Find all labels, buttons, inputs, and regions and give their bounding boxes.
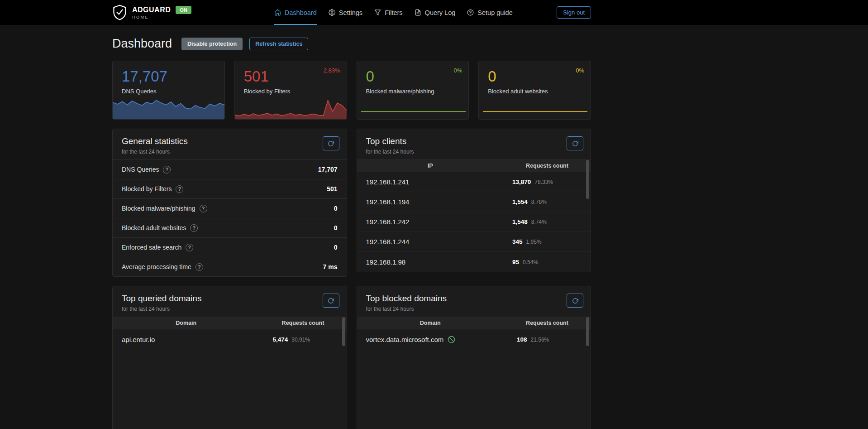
stat-row-blocked-filters: Blocked by Filters? 501 <box>113 179 347 198</box>
nav-item-dashboard[interactable]: Dashboard <box>274 0 317 25</box>
stat-row-processing-time: Average processing time? 7 ms <box>113 257 347 276</box>
stat-row-label: Blocked malware/phishing <box>122 205 196 212</box>
requests-count: 1,548 <box>512 218 528 225</box>
stat-card-blocked-adult: 0% 0 Blocked adult websites <box>478 61 591 120</box>
top-clients-table-header: IP Requests count <box>357 159 591 172</box>
stat-row-value: 0 <box>334 205 338 212</box>
refresh-top-blocked-button[interactable] <box>567 294 583 308</box>
query-log-document-icon <box>415 9 421 16</box>
dns-queries-count: 17,707 <box>122 68 224 85</box>
top-blocked-table-header: Domain Requests count <box>357 317 591 329</box>
table-row: 192.168.1.241 13,87078.33% <box>357 172 591 192</box>
nav-item-query-log[interactable]: Query Log <box>415 0 456 25</box>
stat-card-blocked-filters: 2.83% 501 Blocked by Filters <box>234 61 347 120</box>
stat-card-blocked-malware: 0% 0 Blocked malware/phishing <box>357 61 469 120</box>
top-queried-table-header: Domain Requests count <box>113 317 347 329</box>
help-icon[interactable]: ? <box>196 263 203 271</box>
column-header-ip: IP <box>357 163 504 169</box>
general-statistics-title: General statistics <box>122 136 338 146</box>
nav-item-settings[interactable]: Settings <box>329 0 362 25</box>
top-clients-subtitle: for the last 24 hours <box>366 149 582 155</box>
blocked-filters-link[interactable]: Blocked by Filters <box>244 88 291 95</box>
refresh-general-statistics-button[interactable] <box>323 136 339 150</box>
filters-funnel-icon <box>374 9 381 16</box>
stat-card-dns-queries: 17,707 DNS Queries <box>112 61 225 120</box>
refresh-icon <box>328 298 334 304</box>
column-header-requests: Requests count <box>260 320 347 326</box>
refresh-statistics-button[interactable]: Refresh statistics <box>249 38 308 50</box>
general-statistics-subtitle: for the last 24 hours <box>122 149 338 155</box>
stat-row-value: 501 <box>327 185 337 193</box>
help-icon[interactable]: ? <box>163 166 171 174</box>
requests-percent: 8.78% <box>531 199 547 205</box>
stat-row-dns-queries: DNS Queries? 17,707 <box>113 159 347 179</box>
help-icon[interactable]: ? <box>190 224 198 232</box>
top-blocked-domains-title: Top blocked domains <box>366 294 582 304</box>
table-row: api.entur.io 5,47430.91% <box>113 329 347 349</box>
nav-item-setup-guide[interactable]: Setup guide <box>467 0 512 25</box>
domain-name: api.entur.io <box>122 336 273 343</box>
refresh-icon <box>328 140 334 147</box>
blocked-malware-label: Blocked malware/phishing <box>366 88 469 95</box>
requests-percent: 21.56% <box>531 337 549 343</box>
disable-protection-button[interactable]: Disable protection <box>181 38 243 50</box>
nav-label-dashboard: Dashboard <box>285 9 317 16</box>
column-header-requests: Requests count <box>504 163 591 169</box>
client-ip: 192.168.1.242 <box>366 218 513 226</box>
help-icon[interactable]: ? <box>186 244 193 251</box>
requests-count: 5,474 <box>273 336 288 343</box>
stat-row-value: 17,707 <box>318 166 338 173</box>
unblock-slash-icon[interactable] <box>448 336 455 343</box>
nav-label-filters: Filters <box>385 9 402 16</box>
stat-cards-row: 17,707 DNS Queries 2.83% 501 Blocked by … <box>112 61 591 120</box>
top-blocked-domains-panel: Top blocked domains for the last 24 hour… <box>357 286 591 429</box>
blocked-adult-percent: 0% <box>576 67 584 74</box>
sign-out-button[interactable]: Sign out <box>557 6 591 19</box>
column-header-domain: Domain <box>113 320 260 326</box>
scrollbar-thumb[interactable] <box>586 317 589 346</box>
stat-row-label: Enforced safe search <box>122 244 181 251</box>
table-row: 192.168.1.194 1,5548.78% <box>357 192 591 212</box>
general-statistics-panel: General statistics for the last 24 hours… <box>112 129 347 277</box>
help-icon[interactable]: ? <box>176 185 183 193</box>
requests-count: 13,870 <box>512 178 531 185</box>
protection-status-badge: ON <box>176 6 191 14</box>
blocked-malware-percent: 0% <box>453 67 462 74</box>
requests-percent: 30.91% <box>291 337 310 343</box>
stat-row-label: Blocked adult websites <box>122 224 186 231</box>
main-nav: Dashboard Settings Filters Query Log Set… <box>274 0 513 25</box>
client-ip: 192.168.1.241 <box>366 178 513 186</box>
dns-queries-sparkline <box>113 98 224 119</box>
domain-name: vortex.data.microsoft.com <box>366 336 444 343</box>
requests-percent: 1.95% <box>526 239 542 245</box>
refresh-top-queried-button[interactable] <box>323 294 339 308</box>
stat-row-safe-search: Enforced safe search? 0 <box>113 237 347 257</box>
refresh-icon <box>572 298 578 304</box>
setup-guide-help-icon <box>467 9 474 16</box>
blocked-adult-label: Blocked adult websites <box>488 88 591 95</box>
client-ip: 192.168.1.244 <box>366 238 513 246</box>
refresh-top-clients-button[interactable] <box>567 136 583 150</box>
stat-row-value: 7 ms <box>323 263 338 270</box>
help-icon[interactable]: ? <box>200 205 207 212</box>
blocked-adult-count: 0 <box>488 68 591 85</box>
requests-count: 345 <box>512 238 523 245</box>
stat-row-blocked-adult: Blocked adult websites? 0 <box>113 218 347 237</box>
requests-count: 108 <box>517 336 527 343</box>
column-header-domain: Domain <box>357 320 504 326</box>
scrollbar-thumb[interactable] <box>342 317 345 346</box>
adguard-brand: ADGUARD ON HOME <box>112 4 191 21</box>
brand-subtitle: HOME <box>132 15 191 19</box>
blocked-filters-sparkline <box>235 98 347 119</box>
scrollbar-thumb[interactable] <box>586 160 589 199</box>
nav-label-settings: Settings <box>339 9 362 16</box>
stat-row-value: 0 <box>334 224 338 231</box>
table-row: 192.168.1.98 950.54% <box>357 252 591 272</box>
top-clients-title: Top clients <box>366 136 582 146</box>
top-clients-panel: Top clients for the last 24 hours IP Req… <box>357 129 591 272</box>
top-queried-domains-title: Top queried domains <box>122 294 338 304</box>
stat-row-blocked-malware: Blocked malware/phishing? 0 <box>113 198 347 218</box>
stat-row-label: DNS Queries <box>122 166 159 173</box>
nav-item-filters[interactable]: Filters <box>374 0 402 25</box>
requests-percent: 78.33% <box>534 179 553 185</box>
